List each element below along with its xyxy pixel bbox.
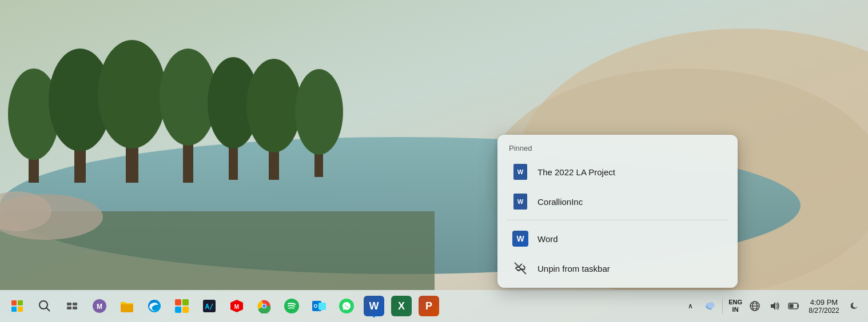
svg-rect-35 bbox=[182, 307, 189, 313]
context-menu: Pinned W The 2022 LA Project W Corallion… bbox=[497, 135, 738, 288]
file-explorer-button[interactable] bbox=[114, 293, 140, 319]
network-button[interactable] bbox=[746, 296, 764, 316]
chrome-icon bbox=[257, 299, 272, 313]
battery-icon bbox=[788, 302, 799, 310]
svg-rect-30 bbox=[121, 303, 133, 312]
context-menu-item-la-project[interactable]: W The 2022 LA Project bbox=[500, 157, 735, 187]
svg-point-10 bbox=[98, 40, 166, 148]
ms-store-button[interactable] bbox=[169, 293, 194, 319]
start-button[interactable] bbox=[5, 293, 30, 319]
desktop: Pinned W The 2022 LA Project W Corallion… bbox=[0, 0, 868, 322]
svg-rect-11 bbox=[183, 100, 193, 183]
svg-rect-32 bbox=[175, 299, 181, 305]
onedrive-button[interactable] bbox=[700, 296, 719, 316]
svg-text:M: M bbox=[97, 303, 102, 311]
svg-rect-46 bbox=[318, 303, 326, 310]
unpin-icon bbox=[511, 259, 529, 277]
teams-icon: M bbox=[91, 298, 107, 314]
volume-button[interactable] bbox=[765, 296, 783, 316]
svg-rect-9 bbox=[126, 97, 138, 183]
svg-rect-27 bbox=[73, 307, 77, 309]
win-logo-blue bbox=[11, 307, 17, 312]
svg-point-8 bbox=[49, 49, 112, 151]
svg-rect-4 bbox=[0, 211, 435, 290]
word-app-icon: W bbox=[511, 230, 529, 248]
chrome-button[interactable] bbox=[252, 293, 277, 319]
word-taskbar-icon: W bbox=[364, 296, 384, 316]
la-project-label: The 2022 LA Project bbox=[537, 167, 615, 177]
svg-rect-26 bbox=[67, 307, 71, 309]
word-doc-icon-corallinc: W bbox=[511, 192, 529, 211]
spotify-button[interactable] bbox=[279, 293, 304, 319]
svg-rect-0 bbox=[0, 0, 868, 290]
ms-store-icon bbox=[174, 299, 189, 313]
powerpoint-taskbar-button[interactable]: P bbox=[416, 293, 441, 319]
svg-point-22 bbox=[39, 301, 47, 309]
win-logo-yellow bbox=[18, 307, 23, 312]
whatsapp-button[interactable] bbox=[334, 293, 359, 319]
svg-point-14 bbox=[208, 57, 259, 148]
search-icon bbox=[38, 300, 51, 312]
notification-button[interactable] bbox=[845, 296, 863, 316]
array-assistant-button[interactable]: A/ bbox=[197, 293, 222, 319]
edge-icon bbox=[147, 299, 162, 313]
excel-taskbar-icon: X bbox=[391, 296, 412, 316]
tray-separator bbox=[722, 298, 723, 314]
svg-text:O: O bbox=[313, 303, 317, 309]
spotify-icon bbox=[281, 296, 302, 316]
svg-rect-34 bbox=[175, 307, 181, 313]
lang-secondary: IN bbox=[732, 306, 739, 313]
svg-rect-15 bbox=[269, 108, 279, 180]
whatsapp-icon bbox=[339, 298, 355, 314]
context-menu-section-label: Pinned bbox=[497, 144, 738, 157]
battery-button[interactable] bbox=[785, 296, 803, 316]
task-view-button[interactable] bbox=[59, 293, 85, 319]
context-menu-item-unpin[interactable]: Unpin from taskbar bbox=[500, 253, 735, 283]
svg-marker-54 bbox=[771, 302, 775, 310]
svg-rect-13 bbox=[229, 106, 238, 180]
clock-date: 8/27/2022 bbox=[809, 307, 839, 315]
moon-icon bbox=[849, 301, 859, 311]
powerpoint-taskbar-icon: P bbox=[419, 296, 439, 316]
svg-point-19 bbox=[0, 194, 103, 240]
search-button[interactable] bbox=[32, 293, 57, 319]
taskbar: M bbox=[0, 290, 868, 322]
volume-icon bbox=[769, 301, 779, 311]
context-menu-item-corallinc[interactable]: W CorallionInc bbox=[500, 187, 735, 216]
corallinc-label: CorallionInc bbox=[537, 197, 583, 207]
word-label: Word bbox=[537, 234, 558, 244]
svg-rect-24 bbox=[67, 303, 71, 305]
context-menu-item-word[interactable]: W Word bbox=[500, 224, 735, 253]
svg-point-6 bbox=[8, 69, 59, 160]
word-taskbar-button[interactable]: W bbox=[361, 293, 387, 319]
outlook-button[interactable]: O bbox=[306, 293, 332, 319]
svg-rect-33 bbox=[182, 299, 189, 305]
outlook-icon: O bbox=[311, 298, 327, 314]
svg-rect-7 bbox=[74, 103, 86, 183]
svg-point-18 bbox=[295, 69, 343, 155]
word-doc-icon-la: W bbox=[511, 163, 529, 181]
win-logo-red bbox=[11, 300, 17, 305]
excel-taskbar-button[interactable]: X bbox=[389, 293, 414, 319]
svg-rect-57 bbox=[790, 304, 794, 308]
mcafee-icon: M bbox=[229, 299, 244, 313]
language-button[interactable]: ENG IN bbox=[726, 299, 744, 313]
edge-button[interactable] bbox=[142, 293, 167, 319]
context-menu-divider bbox=[507, 220, 728, 220]
hidden-icons-button[interactable]: ∧ bbox=[681, 296, 699, 316]
taskbar-icons: M bbox=[5, 293, 441, 319]
task-view-icon bbox=[66, 300, 78, 312]
network-icon bbox=[750, 301, 760, 311]
lang-primary: ENG bbox=[728, 299, 742, 306]
teams-button[interactable]: M bbox=[87, 293, 112, 319]
svg-point-43 bbox=[262, 304, 266, 308]
mcafee-button[interactable]: M bbox=[224, 293, 249, 319]
clock-button[interactable]: 4:09 PM 8/27/2022 bbox=[804, 298, 844, 315]
svg-point-12 bbox=[160, 49, 217, 146]
unpin-label: Unpin from taskbar bbox=[537, 264, 610, 273]
clock-time: 4:09 PM bbox=[810, 298, 838, 307]
file-explorer-icon bbox=[120, 299, 134, 313]
array-icon: A/ bbox=[202, 299, 217, 313]
svg-rect-5 bbox=[29, 114, 39, 183]
svg-rect-56 bbox=[798, 304, 799, 308]
